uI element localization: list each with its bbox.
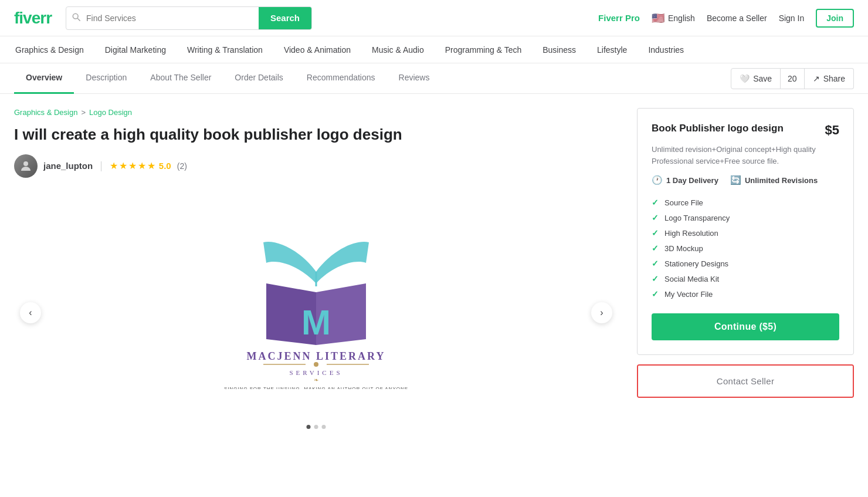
svg-point-2 (23, 161, 28, 166)
svg-line-1 (77, 18, 80, 21)
contact-seller-card: Contact Seller (637, 364, 854, 398)
dot-3[interactable] (322, 425, 326, 429)
right-column: Book Publisher logo design $5 Unlimited … (637, 108, 854, 436)
clock-icon: 🕐 (652, 175, 663, 185)
feature-item: ✓ My Vector File (652, 286, 839, 302)
contact-seller-button[interactable]: Contact Seller (638, 366, 853, 397)
tab-order-details[interactable]: Order Details (223, 63, 294, 94)
feature-item: ✓ Stationery Designs (652, 256, 839, 271)
feature-item: ✓ High Resolution (652, 225, 839, 241)
star-4: ★ (138, 160, 146, 171)
breadcrumb-child[interactable]: Logo Design (89, 108, 132, 117)
breadcrumb-parent[interactable]: Graphics & Design (14, 108, 77, 117)
nav-item-programming[interactable]: Programming & Tech (444, 36, 523, 63)
navigation-bar: Graphics & Design Digital Marketing Writ… (0, 36, 868, 63)
seller-info: jane_lupton | ★ ★ ★ ★ ★ 5.0 (2) (14, 154, 618, 178)
svg-text:❧: ❧ (314, 377, 318, 383)
nav-item-industries[interactable]: Industries (647, 36, 685, 63)
divider: | (100, 160, 103, 172)
package-meta: 🕐 1 Day Delivery 🔄 Unlimited Revisions (652, 175, 839, 185)
delivery-meta: 🕐 1 Day Delivery (652, 175, 718, 185)
flag-icon: 🇺🇸 (652, 12, 664, 25)
check-icon: ✓ (652, 213, 659, 222)
logo[interactable]: fiverr (14, 9, 52, 28)
feature-label: Stationery Designs (664, 259, 728, 268)
nav-item-business[interactable]: Business (541, 36, 577, 63)
star-3: ★ (128, 160, 137, 171)
heart-icon: 🤍 (740, 74, 750, 83)
svg-text:SINGING FOR THE UNSUNG, MAKING: SINGING FOR THE UNSUNG, MAKING AN AUTHOR… (224, 386, 408, 389)
tab-reviews[interactable]: Reviews (387, 63, 442, 94)
check-icon: ✓ (652, 259, 659, 268)
share-icon: ↗ (813, 74, 820, 83)
join-button[interactable]: Join (816, 9, 854, 28)
feature-label: High Resolution (664, 229, 718, 238)
nav-item-lifestyle[interactable]: Lifestyle (596, 36, 628, 63)
features-list: ✓ Source File ✓ Logo Transparency ✓ High… (652, 195, 839, 302)
share-button[interactable]: ↗ Share (805, 68, 854, 89)
search-bar: Search (66, 6, 312, 30)
package-card: Book Publisher logo design $5 Unlimited … (637, 108, 854, 355)
carousel-prev-button[interactable]: ‹ (20, 302, 41, 323)
check-icon: ✓ (652, 289, 659, 299)
svg-point-7 (314, 362, 318, 367)
avatar[interactable] (14, 154, 38, 178)
rating-score: 5.0 (159, 161, 171, 171)
nav-item-writing[interactable]: Writing & Translation (186, 36, 264, 63)
search-button[interactable]: Search (259, 6, 311, 30)
star-rating: ★ ★ ★ ★ ★ 5.0 (110, 160, 171, 171)
check-icon: ✓ (652, 198, 659, 207)
tab-recommendations[interactable]: Recommendations (295, 63, 387, 94)
breadcrumb: Graphics & Design > Logo Design (14, 108, 618, 117)
review-count: (2) (177, 161, 187, 171)
tab-description[interactable]: Description (74, 63, 138, 94)
revisions-label: Unlimited Revisions (745, 176, 818, 185)
dot-1[interactable] (307, 425, 311, 429)
left-column: Graphics & Design > Logo Design I will c… (14, 108, 618, 436)
feature-item: ✓ Social Media Kit (652, 271, 839, 286)
carousel-dots (307, 425, 326, 429)
check-icon: ✓ (652, 228, 659, 238)
tabs-bar: Overview Description About The Seller Or… (0, 63, 868, 94)
gig-title: I will create a high quality book publis… (14, 125, 618, 145)
check-icon: ✓ (652, 274, 659, 283)
seller-name[interactable]: jane_lupton (43, 161, 93, 171)
nav-item-video[interactable]: Video & Animation (283, 36, 352, 63)
star-2: ★ (119, 160, 127, 171)
sign-in-link[interactable]: Sign In (779, 13, 805, 23)
dot-2[interactable] (314, 425, 318, 429)
search-icon (66, 13, 86, 23)
continue-button[interactable]: Continue ($5) (652, 313, 839, 340)
feature-label: 3D Mockup (664, 244, 703, 253)
carousel-next-button[interactable]: › (591, 302, 612, 323)
svg-text:SERVICES: SERVICES (289, 369, 343, 376)
carousel-content: M MACJENN LITERARY SERVICES ❧ SINGI (14, 190, 618, 436)
delivery-label: 1 Day Delivery (666, 176, 718, 185)
nav-item-digital[interactable]: Digital Marketing (104, 36, 167, 63)
main-content: Graphics & Design > Logo Design I will c… (0, 94, 868, 436)
avatar-image (14, 154, 38, 178)
save-button[interactable]: 🤍 Save (731, 68, 781, 89)
feature-label: Social Media Kit (664, 275, 719, 283)
star-1: ★ (110, 160, 118, 171)
tab-about-seller[interactable]: About The Seller (138, 63, 223, 94)
save-label: Save (753, 74, 772, 83)
nav-item-graphics[interactable]: Graphics & Design (14, 36, 85, 63)
package-description: Unlimited revision+Original concept+High… (652, 144, 839, 167)
language-label: English (668, 13, 695, 23)
tabs-actions: 🤍 Save 20 ↗ Share (731, 68, 854, 89)
tab-overview[interactable]: Overview (14, 63, 74, 94)
refresh-icon: 🔄 (730, 175, 741, 185)
search-input[interactable] (86, 13, 259, 23)
check-icon: ✓ (652, 244, 659, 253)
nav-item-music[interactable]: Music & Audio (371, 36, 425, 63)
svg-text:MACJENN LITERARY: MACJENN LITERARY (247, 350, 386, 362)
fiverr-pro-link[interactable]: Fiverr Pro (598, 13, 640, 23)
revisions-meta: 🔄 Unlimited Revisions (730, 175, 818, 185)
become-seller-link[interactable]: Become a Seller (707, 13, 767, 23)
share-label: Share (823, 74, 845, 83)
feature-item: ✓ 3D Mockup (652, 241, 839, 256)
feature-label: Logo Transparency (664, 214, 730, 222)
language-selector[interactable]: 🇺🇸 English (652, 12, 695, 25)
star-5: ★ (147, 160, 155, 171)
